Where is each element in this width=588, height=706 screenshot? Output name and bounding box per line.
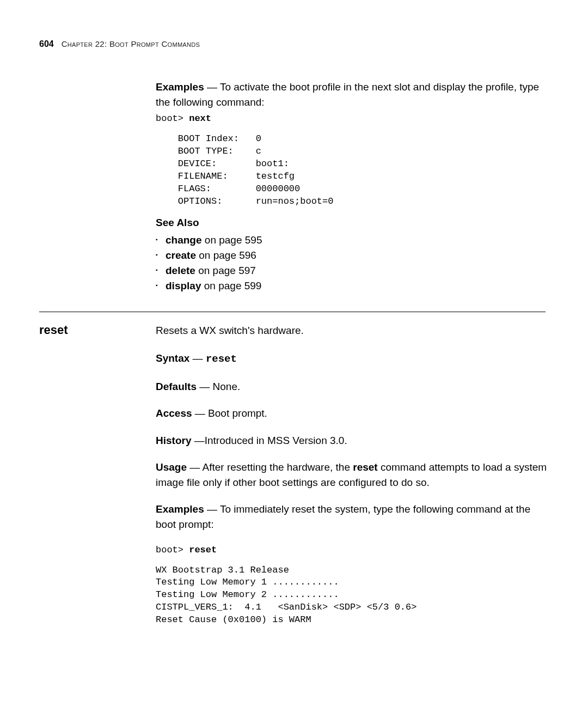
- see-also-item[interactable]: change on page 595: [156, 234, 549, 246]
- see-also-item[interactable]: delete on page 597: [156, 265, 549, 277]
- syntax-block: Syntax — reset: [156, 351, 549, 367]
- see-also-pageref: on page 597: [195, 265, 256, 276]
- usage-text-pre: — After resetting the hardware, the: [187, 461, 353, 473]
- page-number: 604: [39, 39, 54, 49]
- see-also-link: change: [166, 234, 202, 246]
- syntax-command: reset: [206, 353, 237, 365]
- boot-prompt: boot>: [156, 113, 189, 124]
- examples-intro: Examples — To activate the boot profile …: [156, 80, 549, 109]
- syntax-dash: —: [189, 352, 206, 364]
- see-also-pageref: on page 595: [202, 234, 262, 246]
- boot-prompt-2: boot>: [156, 545, 189, 555]
- examples2-label: Examples: [156, 503, 204, 515]
- see-also-pageref: on page 596: [196, 249, 256, 261]
- access-label: Access: [156, 407, 192, 419]
- history-block: History —Introduced in MSS Version 3.0.: [156, 433, 549, 448]
- usage-block: Usage — After resetting the hardware, th…: [156, 460, 549, 490]
- see-also-item[interactable]: display on page 599: [156, 280, 549, 292]
- see-also-pageref: on page 599: [201, 280, 261, 291]
- running-header: 604 Chapter 22: Boot Prompt Commands: [39, 39, 549, 49]
- examples-label: Examples: [156, 81, 204, 93]
- example2-output-block: WX Bootstrap 3.1 Release Testing Low Mem…: [156, 564, 549, 627]
- defaults-text: — None.: [197, 381, 240, 392]
- see-also-item[interactable]: create on page 596: [156, 249, 549, 261]
- section-divider: [39, 312, 546, 312]
- access-text: — Boot prompt.: [192, 407, 267, 419]
- reset-intro: Resets a WX switch's hardware.: [156, 323, 549, 338]
- history-text: —Introduced in MSS Version 3.0.: [191, 435, 347, 446]
- defaults-label: Defaults: [156, 381, 197, 392]
- example-output-block: BOOT Index: 0 BOOT TYPE: c DEVICE: boot1…: [156, 133, 549, 208]
- usage-cmd-bold: reset: [353, 461, 377, 473]
- section-title-reset: reset: [39, 323, 156, 337]
- examples2-intro: Examples — To immediately reset the syst…: [156, 502, 549, 532]
- boot-command: next: [189, 113, 211, 124]
- examples-text: — To activate the boot profile in the ne…: [156, 81, 539, 108]
- see-also-heading: See Also: [156, 217, 549, 229]
- see-also-link: create: [166, 249, 196, 261]
- example2-command-block: boot> reset: [156, 544, 549, 557]
- see-also-link: delete: [166, 265, 195, 276]
- examples2-text: — To immediately reset the system, type …: [156, 503, 530, 530]
- example-command-block: boot> next: [156, 113, 549, 125]
- boot-command-2: reset: [189, 545, 217, 555]
- history-label: History: [156, 435, 191, 446]
- running-header-text: Chapter 22: Boot Prompt Commands: [62, 39, 200, 48]
- see-also-list: change on page 595 create on page 596 de…: [156, 234, 549, 292]
- usage-label: Usage: [156, 461, 187, 473]
- syntax-label: Syntax: [156, 352, 189, 364]
- see-also-link: display: [166, 280, 201, 291]
- defaults-block: Defaults — None.: [156, 379, 549, 394]
- access-block: Access — Boot prompt.: [156, 406, 549, 421]
